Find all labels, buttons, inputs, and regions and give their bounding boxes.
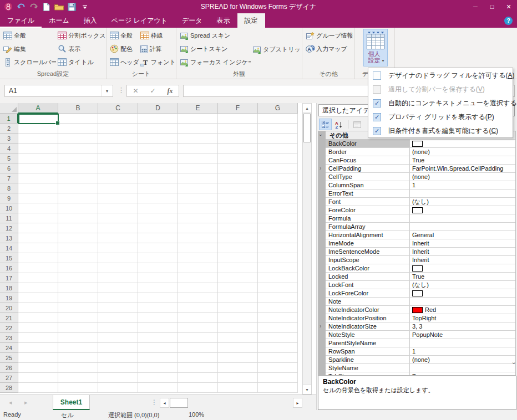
menu-item[interactable]: ✓旧条件付き書式を編集可能にする(C) [368,124,513,138]
property-name[interactable]: Sparkline [326,356,410,363]
ribbon-button[interactable]: 配色 [108,42,139,55]
menu-item[interactable]: ✓自動的にコンテキストメニューを選択する(E) [368,96,513,110]
ribbon-button[interactable]: フォーカス インジケータ [178,55,251,69]
property-value[interactable]: 3, 3 [410,322,515,330]
tab-insert[interactable]: 挿入 [77,13,104,28]
tab-settings[interactable]: 設定 [237,13,265,28]
property-row[interactable]: LockFont(なし) [326,281,515,289]
row-header[interactable]: 5 [0,153,18,163]
property-value[interactable]: FarPoint.Win.Spread.CellPadding [410,165,515,172]
ribbon-button[interactable]: Tフォント [139,55,175,69]
personal-settings-button[interactable]: 個人設定▾ [363,29,388,66]
property-row[interactable]: ›CellPaddingFarPoint.Win.Spread.CellPadd… [326,165,515,173]
property-row[interactable]: NoteStylePopupNote [326,331,515,339]
property-value[interactable] [410,289,515,297]
ribbon-button[interactable]: 分割ボックス [56,29,105,42]
property-value[interactable] [410,206,515,214]
property-name[interactable]: LockBackColor [326,264,410,272]
column-header[interactable]: G [258,103,298,114]
ribbon-button[interactable]: 表示 [56,42,105,55]
select-all-corner[interactable] [0,103,18,114]
property-name[interactable]: HorizontalAlignment [326,231,410,239]
property-value[interactable]: 1 [410,181,515,189]
scroll-down-icon[interactable]: ▾ [303,385,311,394]
property-row[interactable]: CanFocusTrue [326,156,515,165]
row-header[interactable]: 20 [0,303,18,313]
property-value[interactable] [410,339,515,347]
row-header[interactable]: 9 [0,193,18,203]
property-name[interactable]: CanFocus [326,156,410,164]
row-header[interactable]: 3 [0,134,18,144]
save-button[interactable] [67,2,77,12]
property-value[interactable]: (なし) [410,198,515,206]
selected-cell[interactable] [18,114,59,124]
tab-view[interactable]: 表示 [210,13,237,28]
property-name[interactable]: ErrorText [326,189,410,197]
row-header[interactable]: 28 [0,383,18,393]
property-row[interactable]: InputScopeInherit [326,256,515,264]
row-header[interactable]: 27 [0,373,18,383]
property-row[interactable]: Note [326,298,515,306]
column-header[interactable]: E [178,103,218,114]
property-value[interactable]: PopupNote [410,331,515,339]
open-folder-button[interactable] [54,2,64,12]
property-name[interactable]: ImeSentenceMode [326,248,410,255]
row-header[interactable]: 23 [0,333,18,343]
tab-data[interactable]: データ [175,13,210,28]
property-value[interactable]: (none) [410,356,515,363]
minimize-button[interactable]: ─ [467,0,484,13]
row-header[interactable]: 15 [0,253,18,263]
property-value[interactable]: (none) [410,173,515,181]
property-name[interactable]: NoteIndicatorPosition [326,314,410,322]
property-row[interactable]: ImeModeInherit [326,239,515,248]
help-icon[interactable]: ? [504,17,513,25]
property-name[interactable]: ForeColor [326,206,410,214]
row-header[interactable]: 6 [0,163,18,173]
alphabetical-sort-button[interactable]: AZ [332,119,345,130]
checkbox-icon[interactable]: ✓ [373,127,381,135]
property-value[interactable] [410,264,515,272]
property-row[interactable]: ParentStyleName [326,339,515,347]
row-header[interactable]: 26 [0,363,18,373]
property-value[interactable]: Inherit [410,248,515,255]
row-header[interactable]: 8 [0,183,18,193]
status-zoom[interactable]: 100% [189,411,204,418]
property-value[interactable] [410,189,515,197]
property-row[interactable]: ColumnSpan1 [326,181,515,189]
column-header[interactable]: C [98,103,138,114]
row-header[interactable]: 25 [0,353,18,363]
property-value[interactable]: (なし) [410,281,515,289]
column-header[interactable]: B [58,103,98,114]
property-name[interactable]: Note [326,298,410,305]
property-value[interactable]: (none) [410,148,515,156]
checkbox-icon[interactable] [373,71,381,80]
row-header[interactable]: 1 [0,114,18,124]
cancel-icon[interactable]: ✕ [127,85,144,96]
ribbon-button[interactable]: ヘッダ [108,55,139,69]
property-name[interactable]: StyleName [326,364,410,372]
property-row[interactable]: CellType(none) [326,173,515,181]
property-value[interactable] [410,298,515,305]
property-name[interactable]: BackColor [326,140,410,147]
row-header[interactable]: 22 [0,323,18,333]
property-row[interactable]: RowSpan1 [326,347,515,356]
property-name[interactable]: CellType [326,173,410,181]
hscroll-right-icon[interactable]: ▸ [293,398,302,408]
sheet-tab[interactable]: Sheet1 [53,395,90,410]
property-row[interactable]: LockBackColor [326,264,515,273]
ribbon-button[interactable]: グループ情報 [304,29,353,42]
property-row[interactable]: LockedTrue [326,273,515,281]
qat-dropdown-button[interactable] [79,2,90,12]
ribbon-button[interactable]: 編集 [2,42,56,55]
vertical-scrollbar[interactable]: ▴ ▾ [302,103,312,395]
tab-file[interactable]: ファイル [0,13,42,28]
ribbon-button[interactable]: 枠線 [139,29,175,42]
category-collapse-icon[interactable]: › [320,132,321,138]
tab-home[interactable]: ホーム [42,13,77,28]
property-row[interactable]: ›NoteIndicatorSize3, 3 [326,322,515,331]
scroll-up-icon[interactable]: ▴ [303,104,311,113]
property-row[interactable]: Formula [326,214,515,223]
property-value[interactable]: True [410,156,515,164]
property-row[interactable]: ForeColor [326,206,515,214]
sheet-next-icon[interactable]: ▸ [24,399,28,406]
